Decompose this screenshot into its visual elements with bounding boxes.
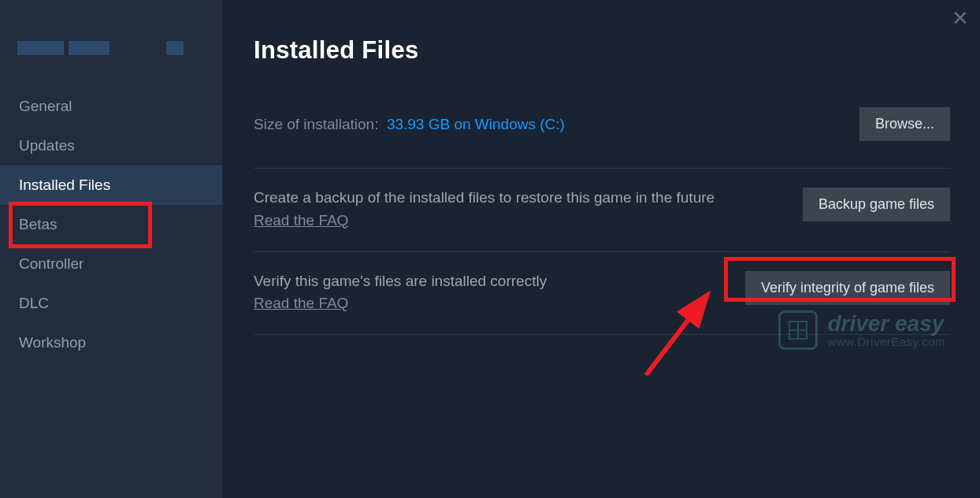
header-placeholder bbox=[166, 41, 184, 55]
sidebar-item-label: Installed Files bbox=[19, 177, 110, 193]
sidebar: General Updates Installed Files Betas Co… bbox=[0, 0, 222, 498]
browse-button[interactable]: Browse... bbox=[859, 107, 950, 141]
sidebar-item-label: Betas bbox=[19, 216, 58, 232]
size-row: Size of installation: 33.93 GB on Window… bbox=[254, 107, 950, 141]
watermark: driver easy www.DriverEasy.com bbox=[778, 310, 945, 350]
size-label: Size of installation: bbox=[254, 116, 378, 132]
watermark-text: driver easy www.DriverEasy.com bbox=[827, 313, 945, 348]
sidebar-item-label: Updates bbox=[19, 137, 75, 154]
sidebar-item-controller[interactable]: Controller bbox=[0, 244, 222, 284]
watermark-logo-icon bbox=[778, 310, 818, 350]
sidebar-item-label: DLC bbox=[19, 295, 49, 311]
sidebar-item-workshop[interactable]: Workshop bbox=[0, 323, 222, 362]
size-info: Size of installation: 33.93 GB on Window… bbox=[254, 116, 565, 133]
sidebar-item-label: General bbox=[19, 98, 72, 114]
backup-section: Create a backup of the installed files t… bbox=[254, 169, 950, 251]
sidebar-item-label: Controller bbox=[19, 255, 84, 272]
watermark-url: www.DriverEasy.com bbox=[827, 335, 945, 348]
size-value: 33.93 GB on Windows (C:) bbox=[387, 116, 565, 132]
close-icon[interactable]: ✕ bbox=[952, 8, 969, 28]
sidebar-item-installed-files[interactable]: Installed Files bbox=[0, 165, 222, 205]
page-title: Installed Files bbox=[254, 36, 950, 65]
watermark-title: driver easy bbox=[827, 313, 945, 335]
verify-button[interactable]: Verify integrity of game files bbox=[745, 271, 950, 305]
header-placeholder bbox=[69, 41, 110, 55]
sidebar-item-betas[interactable]: Betas bbox=[0, 205, 222, 244]
sidebar-item-label: Workshop bbox=[19, 334, 86, 351]
main-content: ✕ Installed Files Size of installation: … bbox=[222, 0, 980, 498]
verify-description: Verify this game's files are installed c… bbox=[254, 271, 547, 292]
backup-button[interactable]: Backup game files bbox=[803, 188, 950, 221]
sidebar-item-dlc[interactable]: DLC bbox=[0, 284, 222, 323]
faq-link-backup[interactable]: Read the FAQ bbox=[254, 212, 348, 229]
sidebar-header bbox=[0, 41, 222, 87]
faq-link-verify[interactable]: Read the FAQ bbox=[254, 295, 348, 312]
sidebar-item-general[interactable]: General bbox=[0, 87, 222, 126]
header-placeholder bbox=[17, 41, 64, 55]
sidebar-item-updates[interactable]: Updates bbox=[0, 126, 222, 165]
backup-description: Create a backup of the installed files t… bbox=[254, 188, 715, 209]
